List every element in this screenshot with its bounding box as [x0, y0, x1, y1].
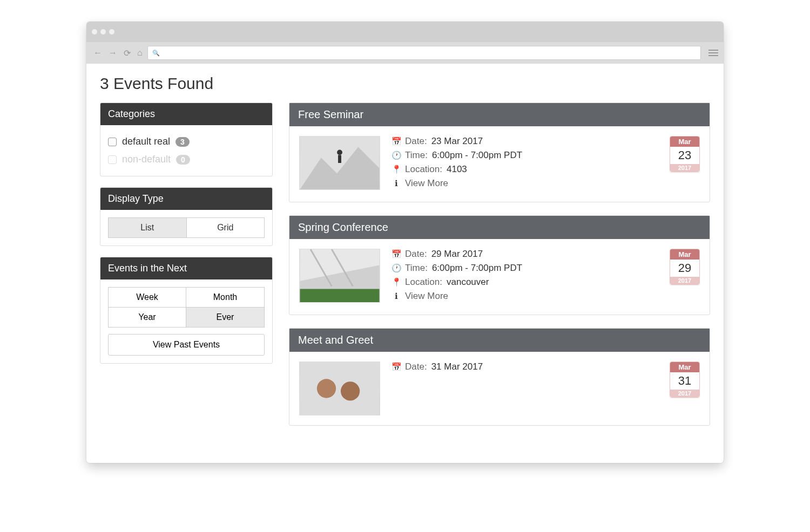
event-card: Meet and Greet 📅Date: 31 Mar 2017 Mar 31… [289, 328, 710, 426]
page-content: 3 Events Found Categories default real 3 [86, 64, 724, 463]
date-label: Date: [405, 249, 427, 260]
events-next-panel: Events in the Next Week Month Year Ever … [100, 257, 273, 364]
display-type-panel: Display Type List Grid [100, 187, 273, 246]
back-icon[interactable]: ← [92, 47, 104, 59]
home-icon[interactable]: ⌂ [136, 47, 144, 59]
events-list: Free Seminar 📅Date: 23 Mar 2017 🕐Time: 6… [289, 103, 710, 439]
event-title[interactable]: Meet and Greet [289, 329, 710, 352]
date-badge-year: 2017 [670, 164, 699, 172]
date-badge: Mar 31 2017 [670, 362, 700, 398]
display-type-header: Display Type [100, 188, 272, 210]
date-badge-day: 29 [670, 260, 699, 277]
time-label: Time: [405, 150, 428, 161]
events-next-header: Events in the Next [100, 257, 272, 279]
forward-icon[interactable]: → [107, 47, 119, 59]
range-month-button[interactable]: Month [186, 287, 265, 308]
date-badge-month: Mar [670, 249, 699, 260]
event-time: 6:00pm - 7:00pm PDT [432, 150, 522, 161]
date-badge-month: Mar [670, 362, 699, 372]
event-date: 31 Mar 2017 [431, 362, 483, 372]
sidebar: Categories default real 3 non-default 0 [100, 103, 273, 439]
location-icon: 📍 [392, 277, 401, 287]
window-minimize-icon[interactable] [100, 29, 106, 35]
svg-point-10 [317, 379, 336, 398]
date-badge-day: 23 [670, 147, 699, 164]
info-icon: ℹ [392, 291, 401, 301]
checkbox-icon[interactable] [108, 138, 117, 146]
time-range-toggle: Week Month Year Ever [108, 287, 265, 328]
event-thumbnail[interactable] [299, 136, 380, 190]
categories-panel: Categories default real 3 non-default 0 [100, 103, 273, 176]
event-time: 6:00pm - 7:00pm PDT [432, 263, 522, 274]
location-icon: 📍 [392, 165, 401, 174]
svg-rect-9 [300, 362, 380, 415]
date-badge-month: Mar [670, 137, 699, 147]
location-label: Location: [405, 277, 442, 288]
window-maximize-icon[interactable] [109, 29, 114, 35]
calendar-icon: 📅 [392, 249, 401, 259]
category-item[interactable]: default real 3 [108, 133, 265, 151]
svg-point-2 [337, 150, 342, 155]
close-tab-icon[interactable]: × [211, 30, 215, 38]
event-location: vancouver [447, 277, 489, 288]
display-grid-button[interactable]: Grid [187, 217, 265, 238]
view-past-events-button[interactable]: View Past Events [108, 334, 265, 356]
calendar-icon: 📅 [392, 362, 401, 372]
location-label: Location: [405, 164, 442, 175]
calendar-icon: 📅 [392, 137, 401, 146]
date-badge: Mar 23 2017 [670, 136, 700, 172]
search-icon: 🔍 [152, 50, 160, 57]
time-label: Time: [405, 263, 428, 274]
clock-icon: 🕐 [392, 151, 401, 160]
date-label: Date: [405, 136, 427, 147]
display-type-toggle: List Grid [108, 217, 265, 238]
reload-icon[interactable]: ⟳ [122, 47, 132, 59]
range-year-button[interactable]: Year [108, 308, 186, 328]
event-card: Free Seminar 📅Date: 23 Mar 2017 🕐Time: 6… [289, 103, 710, 202]
event-card: Spring Conference 📅Date: 29 Mar 2017 🕐Ti… [289, 215, 710, 315]
categories-header: Categories [100, 103, 272, 125]
browser-tab[interactable]: × [120, 26, 222, 42]
browser-toolbar: ← → ⟳ ⌂ 🔍 [86, 42, 724, 64]
info-icon: ℹ [392, 179, 401, 188]
clock-icon: 🕐 [392, 263, 401, 273]
window-close-icon[interactable] [92, 29, 97, 35]
browser-tab-bar: × [86, 22, 724, 42]
window-controls [92, 29, 114, 35]
range-week-button[interactable]: Week [108, 287, 186, 308]
display-list-button[interactable]: List [108, 217, 187, 238]
category-count-badge: 0 [176, 155, 190, 165]
url-input[interactable]: 🔍 [147, 46, 701, 60]
event-thumbnail[interactable] [299, 362, 380, 415]
date-badge-day: 31 [670, 372, 699, 390]
menu-icon[interactable] [708, 50, 718, 56]
date-badge: Mar 29 2017 [670, 249, 700, 285]
checkbox-icon[interactable] [108, 155, 117, 164]
event-title[interactable]: Free Seminar [289, 103, 710, 126]
event-location: 4103 [447, 164, 467, 175]
page-title: 3 Events Found [100, 74, 710, 93]
svg-point-11 [341, 381, 360, 400]
event-date: 23 Mar 2017 [431, 136, 483, 147]
range-ever-button[interactable]: Ever [186, 308, 265, 328]
date-badge-year: 2017 [670, 277, 699, 284]
event-date: 29 Mar 2017 [431, 249, 483, 260]
view-more-link[interactable]: ℹView More [392, 291, 700, 302]
date-label: Date: [405, 362, 427, 372]
category-label: default real [122, 136, 170, 147]
event-thumbnail[interactable] [299, 249, 380, 303]
event-title[interactable]: Spring Conference [289, 216, 710, 239]
category-label: non-default [122, 154, 171, 165]
view-more-link[interactable]: ℹView More [392, 178, 700, 189]
category-count-badge: 3 [176, 137, 190, 147]
svg-rect-3 [338, 155, 341, 163]
svg-rect-6 [300, 289, 380, 303]
browser-window: × ← → ⟳ ⌂ 🔍 3 Events Found Categories de… [86, 22, 724, 463]
date-badge-year: 2017 [670, 390, 699, 397]
category-item[interactable]: non-default 0 [108, 151, 265, 168]
